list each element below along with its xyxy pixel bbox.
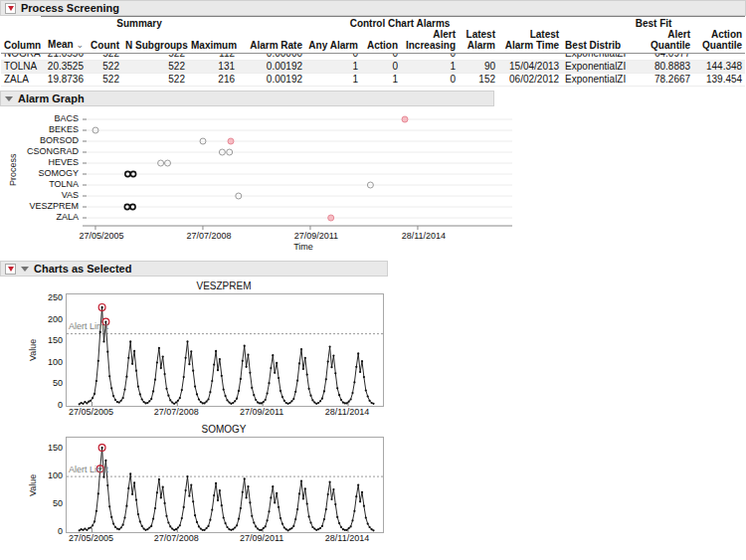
- x-tick-label: 27/05/2005: [61, 407, 120, 417]
- charts-as-selected-header[interactable]: Charts as Selected: [0, 261, 388, 277]
- group-header-control-chart-alarms: Control Chart Alarms: [238, 17, 562, 30]
- process-table[interactable]: Summary Control Chart Alarms Best Fit Co…: [1, 16, 745, 87]
- y-axis: 050100150200250: [39, 293, 66, 407]
- page-title: Process Screening: [21, 2, 119, 14]
- y-tick-label: 100: [48, 470, 63, 480]
- alarm-point-alarm[interactable]: [328, 215, 334, 221]
- alarm-category-label: BEKES: [19, 124, 83, 135]
- alarm-point-alarm[interactable]: [228, 138, 234, 144]
- alarm-point-alarm[interactable]: [402, 116, 408, 122]
- y-tick-label: 150: [48, 335, 63, 345]
- y-tick-label: 50: [53, 378, 63, 388]
- process-screening-header[interactable]: Process Screening: [0, 0, 746, 16]
- alarm-category-axis: BACS BEKES BORSOD CSONGRAD HEVES SOMOGY …: [19, 109, 83, 231]
- y-tick-label: 250: [48, 292, 63, 302]
- y-tick-label: 100: [48, 357, 63, 367]
- column-header-any-alarm[interactable]: Any Alarm: [305, 29, 361, 54]
- alarm-graph-canvas: [83, 109, 512, 231]
- alarm-category-label: BACS: [19, 113, 83, 124]
- column-header-alert-increasing[interactable]: Alert Increasing: [401, 29, 459, 54]
- alarm-graph-header[interactable]: Alarm Graph: [0, 91, 494, 106]
- column-header-action[interactable]: Action: [361, 29, 401, 54]
- sort-descending-icon: ⌄: [76, 40, 84, 50]
- column-header-n-subgroups[interactable]: N Subgroups: [122, 29, 188, 54]
- value-axis-label: Value: [26, 437, 39, 533]
- somogy-chart-plot[interactable]: Alert Limit: [66, 437, 384, 533]
- chart-title: VESZPREM: [66, 280, 382, 293]
- x-tick-label: 27/05/2005: [61, 533, 120, 543]
- column-header-count[interactable]: Count: [87, 29, 122, 54]
- x-tick-label: 27/09/2011: [286, 231, 346, 241]
- column-header-alert-quantile[interactable]: Alert Quantile: [642, 29, 693, 54]
- column-header-latest-alarm[interactable]: Latest Alarm: [459, 29, 498, 54]
- process-axis-label: Process: [6, 109, 19, 231]
- alarm-category-label: HEVES: [19, 157, 83, 168]
- x-tick-label: 27/09/2011: [232, 533, 291, 543]
- x-tick-label: 28/11/2014: [317, 407, 377, 417]
- alert-limit-label: Alert Limit: [69, 321, 108, 331]
- red-triangle-icon: [8, 6, 14, 11]
- veszprem-chart-canvas: [67, 294, 383, 406]
- time-axis-label: Time: [89, 242, 518, 255]
- disclosure-triangle-icon[interactable]: [5, 96, 13, 101]
- column-header-maximum[interactable]: Maximum: [188, 29, 238, 54]
- column-header-column[interactable]: Column: [1, 29, 41, 54]
- somogy-chart-canvas: [67, 438, 383, 532]
- table-row-zala[interactable]: ZALA 19.8736 522 522 216 0.00192 1 1 0 1…: [1, 74, 745, 87]
- x-tick-label: 27/09/2011: [232, 407, 291, 417]
- column-header-action-quantile[interactable]: Action Quantile: [693, 29, 745, 54]
- column-header-latest-alarm-time[interactable]: Latest Alarm Time: [498, 29, 562, 54]
- y-tick-label: 50: [53, 498, 63, 508]
- veszprem-chart-plot[interactable]: Alert Limit: [66, 293, 384, 407]
- alarm-graph-title: Alarm Graph: [18, 93, 85, 104]
- table-row-nograd-clipped[interactable]: NOGRAD 21.0556 522 522 112 0.00000 0 0 0…: [1, 54, 745, 61]
- red-triangle-menu-button[interactable]: [5, 3, 16, 14]
- red-triangle-menu-button[interactable]: [5, 264, 16, 275]
- alarm-graph: Process BACS BEKES BORSOD CSONGRAD HEVES…: [6, 109, 746, 255]
- alarm-category-label: VESZPREM: [19, 201, 83, 212]
- y-tick-label: 200: [48, 314, 63, 324]
- alert-limit-label: Alert Limit: [69, 465, 108, 474]
- charts-as-selected-title: Charts as Selected: [34, 263, 131, 275]
- x-tick-label: 27/07/2008: [146, 407, 206, 417]
- alarm-category-label: VAS: [19, 190, 83, 201]
- x-tick-label: 27/05/2005: [72, 231, 131, 241]
- table-group-header-row: Summary Control Chart Alarms Best Fit: [1, 17, 745, 30]
- alarm-category-label: BORSOD: [19, 135, 83, 146]
- series-line: [80, 448, 374, 530]
- x-tick-label: 28/11/2014: [317, 533, 377, 543]
- alarm-graph-x-axis: 27/05/200527/07/200827/09/201128/11/2014: [89, 231, 518, 242]
- process-screening-window: { "header": { "title": "Process Screenin…: [0, 0, 746, 560]
- alarm-category-label: TOLNA: [19, 179, 83, 190]
- chart-title: SOMOGY: [66, 424, 382, 437]
- y-axis: 050100150: [39, 437, 66, 533]
- table-row-tolna[interactable]: TOLNA 20.3525 522 522 131 0.00192 1 0 1 …: [1, 61, 745, 74]
- red-triangle-icon: [8, 267, 14, 272]
- alarm-category-label: CSONGRAD: [19, 146, 83, 157]
- chart-veszprem: VESZPREM Value 050100150200250 Alert Lim…: [26, 280, 746, 420]
- x-axis: 27/05/200527/07/200827/09/201128/11/2014: [66, 407, 382, 420]
- x-tick-label: 28/11/2014: [394, 231, 454, 241]
- x-tick-label: 27/07/2008: [179, 231, 239, 241]
- x-tick-label: 27/07/2008: [146, 533, 206, 543]
- alarm-graph-plot[interactable]: [83, 109, 512, 231]
- alarm-category-label: ZALA: [19, 212, 83, 223]
- column-header-best-distrib[interactable]: Best Distrib: [562, 29, 642, 54]
- y-tick-label: 150: [48, 443, 63, 453]
- group-header-summary: Summary: [41, 17, 238, 30]
- group-header-spacer: [1, 17, 41, 30]
- table-column-header-row: Column Mean ⌄ Count N Subgroups Maximum …: [1, 29, 745, 54]
- x-axis: 27/05/200527/07/200827/09/201128/11/2014: [66, 533, 382, 546]
- alarm-category-label: SOMOGY: [19, 168, 83, 179]
- column-header-alarm-rate[interactable]: Alarm Rate: [238, 29, 305, 54]
- chart-somogy: SOMOGY Value 050100150 Alert Limit 27/05…: [26, 424, 746, 546]
- value-axis-label: Value: [26, 293, 39, 407]
- column-header-mean[interactable]: Mean ⌄: [41, 29, 87, 54]
- disclosure-triangle-icon[interactable]: [21, 267, 29, 272]
- group-header-best-fit: Best Fit: [562, 17, 745, 30]
- series-line: [80, 307, 374, 404]
